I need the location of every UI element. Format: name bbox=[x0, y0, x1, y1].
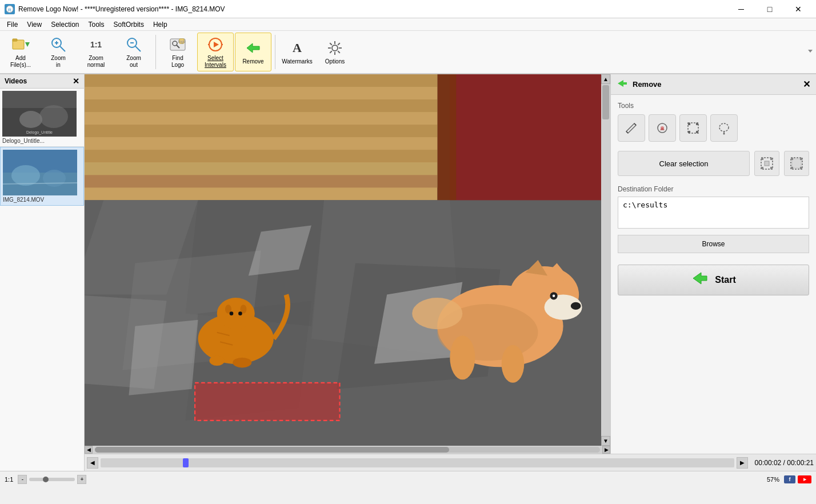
zoom-control: - + bbox=[18, 475, 86, 484]
canvas-vscroll-track[interactable] bbox=[602, 85, 609, 435]
add-files-button[interactable]: AddFile(s)... bbox=[2, 33, 39, 71]
zoom-in-button[interactable]: Zoomin bbox=[40, 33, 77, 71]
video-thumb-2 bbox=[3, 150, 77, 195]
svg-rect-46 bbox=[85, 87, 437, 99]
watermarks-button[interactable]: A Watermarks bbox=[279, 33, 315, 71]
timeline-arrow-left[interactable]: ◀ bbox=[87, 457, 98, 469]
zoom-in-icon bbox=[49, 35, 67, 54]
youtube-icon: ▶ bbox=[798, 475, 811, 483]
canvas-vscroll-thumb[interactable] bbox=[602, 85, 609, 119]
dest-folder-input[interactable]: c:\results bbox=[618, 197, 809, 229]
zoom-slider[interactable] bbox=[29, 478, 75, 481]
tools-label: Tools bbox=[618, 102, 809, 110]
svg-point-100 bbox=[723, 133, 725, 135]
canvas-toolbox-row: ▲ ▼ ◀ ▶ bbox=[85, 74, 816, 454]
zoom-plus-button[interactable]: + bbox=[77, 475, 86, 484]
videos-panel-title: Videos bbox=[5, 77, 27, 85]
pencil-tool-button[interactable] bbox=[618, 114, 645, 142]
remove-button[interactable]: Remove bbox=[235, 33, 271, 71]
menu-selection[interactable]: Selection bbox=[46, 19, 83, 30]
canvas-hscroll-track[interactable] bbox=[95, 447, 600, 453]
svg-point-74 bbox=[233, 358, 251, 368]
canvas-scroll-down[interactable]: ▼ bbox=[601, 436, 610, 446]
toolbox-close-button[interactable]: ✕ bbox=[803, 79, 810, 90]
zoom-out-button[interactable]: Zoomout bbox=[115, 33, 152, 71]
timeline: ◀ ▶ 00:00:02 / 00:00:21 bbox=[85, 454, 816, 471]
dest-folder-label: Destination Folder bbox=[618, 185, 809, 193]
select-intervals-label: SelectIntervals bbox=[205, 55, 226, 69]
add-files-label: AddFile(s)... bbox=[10, 55, 31, 69]
canvas-vertical-scrollbar[interactable]: ▲ ▼ bbox=[601, 74, 610, 446]
pencil-icon bbox=[625, 121, 638, 135]
svg-rect-106 bbox=[765, 161, 769, 166]
lasso-tool-button[interactable] bbox=[710, 114, 738, 142]
canvas-scroll-up[interactable]: ▲ bbox=[601, 74, 610, 84]
browse-button[interactable]: Browse bbox=[618, 235, 809, 253]
video-item-2[interactable]: IMG_8214.MOV bbox=[0, 147, 84, 206]
menu-tools[interactable]: Tools bbox=[84, 19, 109, 30]
facebook-icon: f bbox=[784, 475, 795, 483]
svg-rect-47 bbox=[85, 99, 437, 112]
svg-rect-53 bbox=[85, 175, 437, 187]
zoom-out-icon bbox=[125, 35, 143, 54]
canvas-main bbox=[85, 74, 601, 446]
menu-file[interactable]: File bbox=[2, 19, 22, 30]
menu-softorbits[interactable]: SoftOrbits bbox=[109, 19, 149, 30]
title-bar-controls: ─ □ ✕ bbox=[728, 0, 811, 18]
svg-rect-102 bbox=[761, 158, 763, 160]
add-files-icon bbox=[11, 35, 30, 54]
svg-line-29 bbox=[338, 43, 340, 45]
zoom-normal-button[interactable]: 1:1 Zoomnormal bbox=[78, 33, 114, 71]
zoom-slider-thumb[interactable] bbox=[43, 477, 49, 482]
close-button[interactable]: ✕ bbox=[785, 0, 811, 18]
zoom-normal-label: Zoomnormal bbox=[87, 55, 105, 69]
select-intervals-icon bbox=[206, 35, 225, 54]
canvas-scroll-right[interactable]: ▶ bbox=[602, 446, 610, 454]
zoom-percent-label: 57% bbox=[767, 476, 779, 483]
select-all-button[interactable] bbox=[784, 151, 809, 176]
find-logo-button[interactable]: logo FindLogo bbox=[159, 33, 196, 71]
select-intervals-button[interactable]: SelectIntervals bbox=[197, 33, 234, 71]
title-text: Remove Logo Now! - ****Unregistered vers… bbox=[18, 5, 225, 13]
social-icons: f ▶ bbox=[784, 475, 811, 483]
timeline-thumb[interactable] bbox=[183, 458, 189, 467]
select-frame-button[interactable] bbox=[754, 151, 779, 176]
rect-select-icon bbox=[686, 121, 700, 135]
menu-help[interactable]: Help bbox=[149, 19, 172, 30]
minimize-button[interactable]: ─ bbox=[728, 0, 754, 18]
clear-selection-button[interactable]: Clear selection bbox=[618, 151, 750, 176]
zoom-ratio-label: 1:1 bbox=[5, 476, 13, 483]
status-right: 57% f ▶ bbox=[767, 475, 811, 483]
menu-view[interactable]: View bbox=[22, 19, 46, 30]
svg-point-84 bbox=[450, 335, 475, 379]
timeline-track[interactable] bbox=[101, 458, 734, 467]
timeline-time: 00:00:02 / 00:00:21 bbox=[755, 459, 814, 467]
options-button[interactable]: Options bbox=[317, 33, 353, 71]
video-item-1[interactable]: Delogo_Untitle Delogo_Untitle... bbox=[0, 89, 84, 147]
video-name-2: IMG_8214.MOV bbox=[3, 197, 81, 203]
canvas-horizontal-scrollbar[interactable]: ◀ ▶ bbox=[85, 446, 610, 454]
videos-panel-close[interactable]: ✕ bbox=[73, 77, 79, 86]
start-button[interactable]: Start bbox=[618, 265, 809, 295]
find-logo-icon: logo bbox=[169, 35, 187, 54]
svg-rect-3 bbox=[13, 39, 17, 41]
svg-rect-110 bbox=[800, 158, 802, 160]
svg-point-39 bbox=[11, 165, 40, 186]
find-logo-label: FindLogo bbox=[171, 55, 184, 69]
canvas-scroll-left[interactable]: ◀ bbox=[85, 446, 93, 454]
watermarks-icon: A bbox=[288, 39, 306, 57]
toolbox-title: Remove bbox=[633, 80, 662, 89]
eraser-tool-button[interactable] bbox=[649, 114, 676, 142]
rect-select-tool-button[interactable] bbox=[679, 114, 707, 142]
svg-marker-64 bbox=[129, 320, 198, 395]
zoom-minus-button[interactable]: - bbox=[18, 475, 27, 484]
thumb-image-2 bbox=[3, 150, 77, 195]
timeline-arrow-right[interactable]: ▶ bbox=[737, 457, 748, 469]
select-frame-icon bbox=[760, 157, 774, 170]
toolbar-expand[interactable] bbox=[807, 47, 814, 57]
maximize-button[interactable]: □ bbox=[757, 0, 783, 18]
videos-panel: Videos ✕ Delogo_Untitle Delogo_Untitle..… bbox=[0, 74, 85, 471]
canvas-image bbox=[85, 74, 601, 446]
toolbox-panel: Remove ✕ Tools bbox=[610, 74, 816, 454]
canvas-hscroll-thumb[interactable] bbox=[95, 447, 449, 453]
